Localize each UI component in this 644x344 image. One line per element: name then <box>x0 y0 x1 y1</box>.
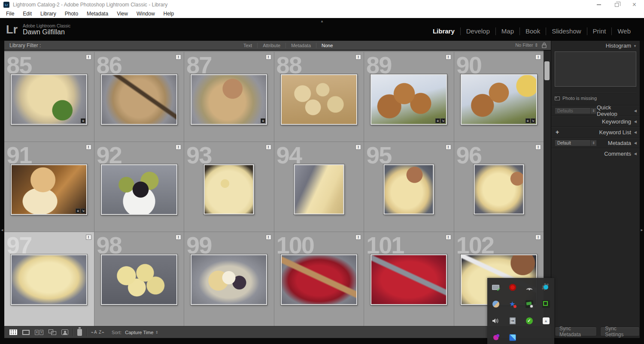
meta-badge-icon[interactable]: ≣ <box>435 118 440 123</box>
preset-spinner-icon[interactable]: ⇕ <box>591 108 597 114</box>
restore-button[interactable] <box>615 3 619 7</box>
folder-sync-check-icon[interactable]: ✓ <box>492 283 500 292</box>
photo-thumbnail[interactable] <box>101 74 177 125</box>
menu-help[interactable]: Help <box>159 10 179 18</box>
photo-cell-100[interactable]: 100! <box>274 232 364 326</box>
missing-photo-badge[interactable]: ! <box>86 54 91 60</box>
menu-file[interactable]: File <box>2 10 18 18</box>
meta-badge-icon[interactable]: ≣ <box>76 208 80 213</box>
photo-thumbnail[interactable] <box>101 164 177 215</box>
photo-thumbnail[interactable] <box>191 254 267 305</box>
photo-thumbnail[interactable] <box>281 74 357 125</box>
people-view-button[interactable] <box>61 329 68 336</box>
red-security-icon[interactable] <box>508 283 517 292</box>
missing-photo-badge[interactable]: ! <box>535 145 541 150</box>
photo-thumbnail[interactable] <box>384 164 434 214</box>
right-panel-collapse-icon[interactable]: ► <box>640 228 644 232</box>
missing-photo-badge[interactable]: ! <box>535 235 541 240</box>
top-panel-collapse-icon[interactable]: ▲ <box>320 19 324 23</box>
photo-cell-91[interactable]: 91!≣⇲ <box>4 142 94 232</box>
close-button[interactable]: × <box>632 3 636 7</box>
meta-badge-icon[interactable]: ≣ <box>81 118 85 123</box>
photo-cell-85[interactable]: 85!≣ <box>4 52 94 142</box>
photo-thumbnail[interactable] <box>204 164 254 214</box>
sort-criteria-dropdown[interactable]: Capture Time <box>125 330 153 335</box>
green-dashed-square-icon[interactable] <box>542 300 550 308</box>
photo-thumbnail[interactable] <box>294 164 344 214</box>
meta-badge-icon[interactable]: ≣ <box>526 118 530 123</box>
green-card-clock-icon[interactable] <box>525 300 534 308</box>
menu-metadata[interactable]: Metadata <box>82 10 112 18</box>
photo-cell-98[interactable]: 98! <box>94 232 184 326</box>
missing-photo-badge[interactable]: ! <box>535 54 541 60</box>
menu-window[interactable]: Window <box>132 10 159 18</box>
photo-thumbnail[interactable] <box>11 254 87 305</box>
teal-burst-icon[interactable] <box>542 283 550 292</box>
filter-option-text[interactable]: Text <box>238 43 257 48</box>
panel-section-quick-develop[interactable]: Defaults⇕Quick Develop◀ <box>551 105 640 116</box>
missing-photo-badge[interactable]: ! <box>355 235 361 240</box>
photo-cell-92[interactable]: 92! <box>94 142 184 232</box>
missing-photo-badge[interactable]: ! <box>355 145 361 150</box>
module-tab-book[interactable]: Book <box>519 27 546 35</box>
filter-option-none[interactable]: None <box>316 43 338 48</box>
grid-scrollbar-thumb[interactable] <box>544 61 550 80</box>
photo-cell-90[interactable]: 90!≣⇲ <box>454 52 544 142</box>
minimize-button[interactable] <box>597 4 601 5</box>
green-check-circle-icon[interactable]: ✓ <box>525 317 534 325</box>
filter-option-metadata[interactable]: Metadata <box>286 43 316 48</box>
photo-thumbnail[interactable]: ≣ <box>11 74 87 125</box>
white-drive-triangle-icon[interactable]: ▲ <box>542 317 550 325</box>
missing-photo-badge[interactable]: ! <box>446 145 451 150</box>
photo-thumbnail[interactable] <box>101 254 177 305</box>
photo-thumbnail[interactable]: ≣ <box>191 74 267 125</box>
module-tab-print[interactable]: Print <box>587 27 612 35</box>
missing-photo-badge[interactable]: ! <box>86 235 91 240</box>
photo-cell-89[interactable]: 89!≣⇲ <box>364 52 454 142</box>
sync-metadata-button[interactable]: Sync Metadata <box>555 327 597 336</box>
photo-cell-86[interactable]: 86! <box>94 52 184 142</box>
photo-cell-97[interactable]: 97! <box>4 232 94 326</box>
add-keyword-button[interactable]: + <box>556 129 559 136</box>
blue-star-alert-icon[interactable]: ★ <box>508 300 517 308</box>
blue-mosaic-icon[interactable] <box>508 333 517 342</box>
photo-thumbnail[interactable] <box>281 254 357 305</box>
crop-badge-icon[interactable]: ⇲ <box>81 208 85 213</box>
sort-direction-button[interactable]: ⌁A Z⌁ <box>91 330 105 335</box>
module-tab-map[interactable]: Map <box>495 27 519 35</box>
panel-section-metadata[interactable]: Default⇕Metadata◀ <box>551 137 640 148</box>
module-tab-library[interactable]: Library <box>427 27 460 35</box>
photo-cell-95[interactable]: 95! <box>364 142 454 232</box>
photo-thumbnail[interactable] <box>371 254 447 305</box>
missing-photo-badge[interactable]: ! <box>266 235 271 240</box>
photo-thumbnail[interactable] <box>474 164 524 214</box>
panel-section-keywording[interactable]: Keywording◀ <box>551 116 640 127</box>
menu-library[interactable]: Library <box>36 10 61 18</box>
compare-view-button[interactable]: XY <box>35 329 43 336</box>
photo-cell-99[interactable]: 99! <box>184 232 274 326</box>
menu-edit[interactable]: Edit <box>18 10 36 18</box>
missing-photo-badge[interactable]: ! <box>355 54 361 60</box>
wireless-signal-icon[interactable] <box>525 283 534 292</box>
photo-cell-88[interactable]: 88! <box>274 52 364 142</box>
left-panel-collapsed-strip[interactable]: ◄ <box>0 41 4 338</box>
module-tab-develop[interactable]: Develop <box>460 27 495 35</box>
crop-badge-icon[interactable]: ⇲ <box>440 118 445 123</box>
menu-view[interactable]: View <box>112 10 132 18</box>
missing-photo-badge[interactable]: ! <box>266 54 271 60</box>
right-panel-strip[interactable]: ► <box>640 41 644 338</box>
photo-cell-87[interactable]: 87!≣ <box>184 52 274 142</box>
missing-photo-badge[interactable]: ! <box>176 145 181 150</box>
globe-half-icon[interactable] <box>492 300 500 308</box>
photo-cell-96[interactable]: 96! <box>454 142 544 232</box>
missing-photo-badge[interactable]: ! <box>266 145 271 150</box>
photo-cell-94[interactable]: 94! <box>274 142 364 232</box>
preset-dropdown[interactable]: Defaults⇕ <box>555 108 597 114</box>
module-tab-slideshow[interactable]: Slideshow <box>546 27 586 35</box>
crop-badge-icon[interactable]: ⇲ <box>531 118 535 123</box>
survey-view-button[interactable] <box>49 329 56 336</box>
left-panel-expand-icon[interactable]: ◄ <box>0 228 4 232</box>
grid-view-button[interactable] <box>9 329 17 336</box>
photo-cell-101[interactable]: 101! <box>364 232 454 326</box>
missing-photo-badge[interactable]: ! <box>446 54 451 60</box>
